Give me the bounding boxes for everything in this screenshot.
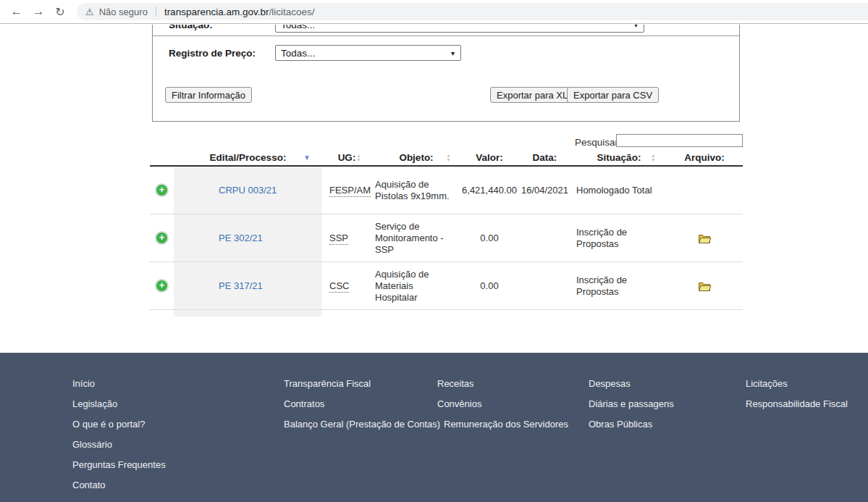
- footer-column-1: InícioLegislaçãoO que é o portal?Glossár…: [72, 379, 166, 501]
- edital-cell: PE 302/21: [174, 214, 322, 262]
- expander-cell: [150, 310, 174, 317]
- situacao-select[interactable]: Todas... ▾: [275, 25, 644, 33]
- arquivo-cell: [666, 262, 743, 310]
- footer-link[interactable]: Obras Públicas: [589, 419, 674, 429]
- column-header-arquivo: Arquivo:: [666, 150, 743, 166]
- footer-link[interactable]: Legislação: [72, 399, 166, 409]
- edital-cell: CRPU 003/21: [174, 166, 322, 214]
- url-text: transparencia.am.gov.br/licitacoes/: [164, 7, 315, 17]
- footer-column-2: Transparência FiscalContratosBalanço Ger…: [284, 379, 440, 440]
- sort-both-icon: ▲▼: [356, 154, 361, 162]
- footer-link[interactable]: Licitações: [746, 379, 848, 388]
- edital-link[interactable]: PE 302/21: [219, 233, 263, 243]
- objeto-cell: Aquisição de Pistolas 9x19mm.: [371, 166, 461, 214]
- column-header-valor: Valor:: [461, 150, 518, 166]
- column-header-ug[interactable]: UG:▲▼: [322, 150, 371, 166]
- omnibox-divider: [156, 7, 156, 17]
- arquivo-cell: [666, 214, 743, 262]
- browser-window: ← → ↻ ⚠ Não seguro transparencia.am.gov.…: [0, 0, 868, 502]
- expander-cell: +: [150, 262, 174, 310]
- browser-toolbar: ← → ↻ ⚠ Não seguro transparencia.am.gov.…: [0, 0, 868, 24]
- folder-icon[interactable]: [698, 281, 712, 292]
- footer-link[interactable]: Diárias e passagens: [589, 399, 674, 409]
- registro-de-preco-select[interactable]: Todas... ▾: [275, 45, 461, 61]
- ug-cell: CSC: [322, 262, 371, 310]
- table-row: +CRPU 003/21FESP/AMAquisição de Pistolas…: [150, 166, 743, 214]
- forward-icon[interactable]: →: [28, 4, 49, 19]
- registro-selected-value: Todas...: [281, 48, 315, 59]
- footer-link[interactable]: Receitas: [437, 379, 568, 388]
- column-header-edital-processo[interactable]: Edital/Processo:▼: [174, 150, 322, 166]
- footer-link[interactable]: Despesas: [589, 379, 674, 388]
- table-row: +PE 317/21CSCAquisição de Materiais Hosp…: [150, 262, 743, 310]
- filter-panel: Situação: Todas... ▾ Registro de Preço: …: [152, 25, 740, 122]
- column-header-expander: [150, 150, 174, 166]
- footer-link[interactable]: Balanço Geral (Prestação de Contas): [284, 419, 440, 429]
- footer-link[interactable]: Início: [72, 379, 166, 388]
- expand-row-icon[interactable]: +: [156, 233, 167, 243]
- footer-column-3: ReceitasConvêniosRemuneração dos Servido…: [437, 379, 568, 440]
- licitacoes-table-container: Edital/Processo:▼UG:▲▼Objeto:▲▼Valor:Dat…: [150, 150, 743, 317]
- expand-row-icon[interactable]: +: [156, 185, 167, 196]
- filter-divider: [153, 35, 739, 36]
- footer-link[interactable]: Contato: [72, 480, 166, 490]
- data-cell: [518, 310, 572, 317]
- ug-cell: [322, 310, 371, 317]
- footer-link[interactable]: Remuneração dos Servidores: [444, 419, 568, 429]
- arquivo-cell: [666, 166, 743, 214]
- sort-desc-icon: ▼: [303, 154, 311, 162]
- filtrar-informacao-button[interactable]: Filtrar Informação: [165, 87, 252, 103]
- footer-link[interactable]: Glossário: [72, 440, 166, 449]
- registro-de-preco-label: Registro de Preço:: [169, 48, 256, 59]
- valor-cell: 0.00: [461, 262, 518, 310]
- objeto-cell: Aquisição de Materiais Hospitalar: [371, 262, 461, 310]
- edital-link[interactable]: PE 317/21: [219, 280, 263, 291]
- edital-cell: [174, 310, 322, 317]
- footer-link[interactable]: Contratos: [284, 399, 440, 409]
- table-row: +PE 302/21SSPServiço de Monitoramento - …: [150, 214, 743, 262]
- chevron-down-icon: ▾: [634, 25, 638, 29]
- url-domain: transparencia.am.gov.br: [164, 7, 269, 17]
- data-cell: [518, 262, 572, 310]
- situacao-row-clipped: Situação: Todas... ▾: [153, 25, 739, 33]
- search-input[interactable]: [616, 134, 743, 147]
- footer-column-5: LicitaçõesResponsabilidade Fiscal: [746, 379, 848, 419]
- situacao-cell: [572, 310, 666, 317]
- data-cell: 16/04/2021: [518, 166, 572, 214]
- chevron-down-icon: ▾: [451, 49, 455, 57]
- objeto-cell: Serviço de Monitoramento - SSP: [371, 214, 461, 262]
- ug-abbr[interactable]: SSP: [329, 233, 348, 245]
- valor-cell: [461, 310, 518, 317]
- data-cell: [518, 214, 572, 262]
- edital-link[interactable]: CRPU 003/21: [219, 185, 277, 196]
- reload-icon[interactable]: ↻: [49, 5, 71, 19]
- site-footer: InícioLegislaçãoO que é o portal?Glossár…: [0, 353, 868, 502]
- edital-cell: PE 317/21: [174, 262, 322, 310]
- column-header-objeto[interactable]: Objeto:▲▼: [371, 150, 461, 166]
- footer-link[interactable]: Convênios: [437, 399, 568, 409]
- footer-link[interactable]: Perguntas Frequentes: [72, 460, 166, 469]
- expand-row-icon[interactable]: +: [156, 280, 167, 291]
- situacao-cell: Homologado Total: [572, 166, 666, 214]
- folder-icon[interactable]: [698, 233, 712, 244]
- footer-link[interactable]: O que é o portal?: [72, 419, 166, 429]
- address-bar[interactable]: ⚠ Não seguro transparencia.am.gov.br/lic…: [77, 3, 868, 20]
- footer-link[interactable]: Transparência Fiscal: [284, 379, 440, 388]
- expander-cell: +: [150, 214, 174, 262]
- not-secure-warning-icon[interactable]: ⚠: [85, 7, 94, 17]
- footer-link[interactable]: Responsabilidade Fiscal: [746, 399, 848, 409]
- sort-both-icon: ▲▼: [446, 154, 451, 162]
- situacao-cell: Inscrição de Propostas: [572, 262, 666, 310]
- situacao-cell: Inscrição de Propostas: [572, 214, 666, 262]
- not-secure-label: Não seguro: [99, 7, 148, 17]
- arquivo-cell: [666, 310, 743, 317]
- url-path: /licitacoes/: [269, 7, 314, 17]
- table-row: Aquisição de: [150, 310, 743, 317]
- licitacoes-table: Edital/Processo:▼UG:▲▼Objeto:▲▼Valor:Dat…: [150, 150, 743, 317]
- column-header-situacao[interactable]: Situação:▲▼: [572, 150, 666, 166]
- back-icon[interactable]: ←: [6, 4, 28, 19]
- ug-abbr[interactable]: CSC: [329, 280, 349, 293]
- valor-cell: 0.00: [461, 214, 518, 262]
- exportar-csv-button[interactable]: Exportar para CSV: [567, 87, 659, 103]
- ug-abbr[interactable]: FESP/AM: [329, 185, 371, 197]
